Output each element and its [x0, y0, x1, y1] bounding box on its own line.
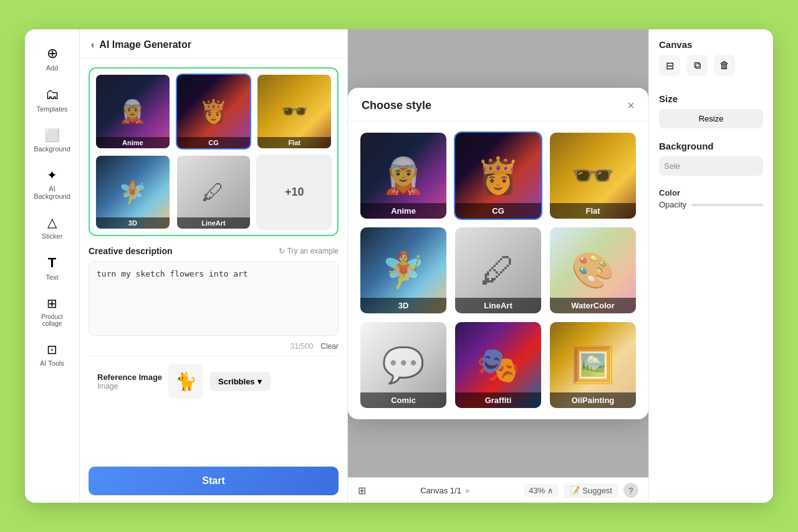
pages-chevrons[interactable]: »: [465, 486, 469, 495]
app-container: ⊕ Add 🗂 Templates ⬜ Background ✦ AI Back…: [25, 29, 773, 503]
modal-card-oilpainting[interactable]: 🖼️ OilPainting: [549, 321, 637, 409]
sidebar-item-templates[interactable]: 🗂 Templates: [29, 80, 76, 119]
background-icon: ⬜: [44, 128, 60, 143]
sidebar-label-add: Add: [46, 64, 59, 72]
clear-button[interactable]: Clear: [320, 342, 339, 351]
sidebar-item-product-collage[interactable]: ⊞ Product collage: [29, 290, 76, 333]
try-example-button[interactable]: ↻ Try an example: [279, 247, 339, 255]
sidebar-item-add[interactable]: ⊕ Add: [29, 39, 76, 78]
sidebar-item-background[interactable]: ⬜ Background: [29, 121, 76, 159]
style-card-label-flat: Flat: [257, 137, 331, 148]
creative-desc-title: Creative description: [89, 246, 173, 256]
bottom-right: 43% ∧ 📝 Suggest ?: [524, 483, 638, 498]
back-button[interactable]: ‹: [91, 39, 94, 50]
panel-content: 🧝 Anime 👸 CG 🕶️ Flat: [80, 59, 347, 459]
background-title: Background: [659, 141, 763, 151]
right-panel: Canvas ⊟ ⧉ 🗑 Size Resize Background Sele…: [648, 29, 773, 503]
suggest-button[interactable]: 📝 Suggest: [564, 483, 618, 498]
opacity-bar[interactable]: [691, 204, 763, 206]
modal-card-3d[interactable]: 🧚 3D: [359, 226, 448, 315]
size-title: Size: [659, 93, 763, 104]
bottom-left: ⊞: [358, 485, 366, 496]
right-canvas-section: Canvas ⊟ ⧉ 🗑: [659, 39, 763, 81]
modal-card-label-cg: CG: [455, 203, 541, 219]
templates-icon: 🗂: [46, 87, 59, 103]
sidebar-item-ai-background[interactable]: ✦ AI Background: [29, 161, 76, 206]
modal-card-lineart[interactable]: 🖊 LineArt: [454, 226, 542, 315]
modal-close-button[interactable]: ×: [627, 99, 635, 112]
modal-card-label-flat: Flat: [550, 203, 636, 219]
modal-overlay[interactable]: Choose style × 🧝: [348, 29, 648, 477]
right-size-section: Size Resize: [659, 93, 763, 128]
background-select-button[interactable]: Sele: [659, 156, 763, 176]
choose-style-modal: Choose style × 🧝: [348, 88, 648, 419]
modal-card-anime[interactable]: 🧝 Anime: [359, 131, 448, 220]
opacity-label: Opacity: [659, 200, 686, 209]
opacity-row: Opacity: [659, 200, 763, 209]
style-card-flat[interactable]: 🕶️ Flat: [256, 74, 332, 150]
sidebar-label-ai-background: AI Background: [34, 185, 71, 200]
description-textarea[interactable]: turn my sketch flowers into art: [89, 261, 339, 336]
modal-card-label-comic: Comic: [360, 392, 446, 408]
more-styles-button[interactable]: +10: [256, 154, 332, 230]
panel-title: AI Image Generator: [99, 39, 191, 50]
text-icon: T: [48, 255, 56, 271]
modal-card-graffiti[interactable]: 🎭 Graffiti: [454, 321, 542, 409]
sidebar-label-ai-tools: AI Tools: [40, 359, 64, 367]
sidebar-label-product-collage: Product collage: [34, 313, 71, 327]
sidebar: ⊕ Add 🗂 Templates ⬜ Background ✦ AI Back…: [25, 29, 80, 503]
resize-button[interactable]: Resize: [659, 109, 763, 128]
modal-card-label-oilpainting: OilPainting: [550, 392, 636, 408]
modal-card-flat[interactable]: 🕶️ Flat: [549, 131, 637, 220]
modal-card-label-watercolor: WaterColor: [550, 298, 636, 313]
layers-icon[interactable]: ⊞: [358, 485, 366, 496]
color-title: Color: [659, 188, 763, 197]
help-button[interactable]: ?: [623, 483, 638, 498]
canvas-icon-row: ⊟ ⧉ 🗑: [659, 55, 763, 76]
zoom-label: 43%: [529, 486, 545, 495]
bottom-center: Canvas 1/1 »: [420, 486, 469, 495]
sidebar-item-ai-tools[interactable]: ⊡ AI Tools: [29, 336, 76, 373]
sidebar-label-templates: Templates: [36, 105, 67, 113]
duplicate-icon-button[interactable]: ⧉: [686, 55, 708, 76]
frame-icon-button[interactable]: ⊟: [659, 55, 680, 76]
middle-panel: ‹ AI Image Generator 🧝 Anime 👸 CG: [80, 29, 348, 503]
canvas-bottom-bar: ⊞ Canvas 1/1 » 43% ∧ 📝 Suggest ?: [348, 477, 648, 503]
modal-title: Choose style: [362, 99, 431, 112]
char-count: 31/500: [291, 342, 314, 351]
canvas-title: Canvas: [659, 39, 763, 50]
add-icon: ⊕: [47, 45, 58, 62]
reference-image-box[interactable]: 🐈: [168, 364, 203, 399]
modal-header: Choose style ×: [348, 88, 648, 121]
style-card-cg[interactable]: 👸 CG: [176, 74, 252, 150]
style-card-anime[interactable]: 🧝 Anime: [95, 74, 171, 150]
sidebar-item-sticker[interactable]: △ Sticker: [29, 209, 76, 246]
reference-image-label-text: Reference Image Image: [97, 373, 162, 391]
sidebar-label-background: Background: [34, 145, 70, 153]
scribbles-button[interactable]: Scribbles ▾: [209, 372, 271, 391]
style-card-3d[interactable]: 🧚 3D: [95, 154, 171, 230]
canvas-workspace: Choose style × 🧝: [348, 29, 648, 477]
creative-desc-header: Creative description ↻ Try an example: [89, 246, 339, 256]
sidebar-label-text: Text: [46, 273, 58, 281]
ai-tools-icon: ⊡: [47, 342, 57, 357]
modal-card-comic[interactable]: 💬 Comic: [359, 321, 448, 409]
canvas-pages: Canvas 1/1: [420, 486, 461, 495]
modal-grid: 🧝 Anime 👸: [359, 131, 637, 409]
start-button[interactable]: Start: [89, 467, 339, 495]
style-card-label-lineart: LineArt: [177, 217, 251, 229]
delete-icon-button[interactable]: 🗑: [714, 55, 735, 76]
modal-body: 🧝 Anime 👸: [348, 121, 648, 419]
panel-header: ‹ AI Image Generator: [80, 29, 347, 59]
sidebar-item-text[interactable]: T Text: [29, 249, 76, 287]
modal-card-watercolor[interactable]: 🎨 WaterColor: [549, 226, 637, 315]
style-grid: 🧝 Anime 👸 CG 🕶️ Flat: [89, 67, 339, 236]
modal-card-cg[interactable]: 👸 CG: [454, 131, 542, 220]
chevron-down-icon: ▾: [257, 377, 262, 386]
style-card-lineart[interactable]: 🖊 LineArt: [176, 154, 252, 230]
modal-card-label-graffiti: Graffiti: [455, 392, 541, 408]
zoom-control[interactable]: 43% ∧: [524, 484, 559, 497]
product-collage-icon: ⊞: [47, 296, 57, 311]
modal-card-label-anime: Anime: [360, 203, 446, 219]
modal-card-label-3d: 3D: [360, 298, 446, 313]
